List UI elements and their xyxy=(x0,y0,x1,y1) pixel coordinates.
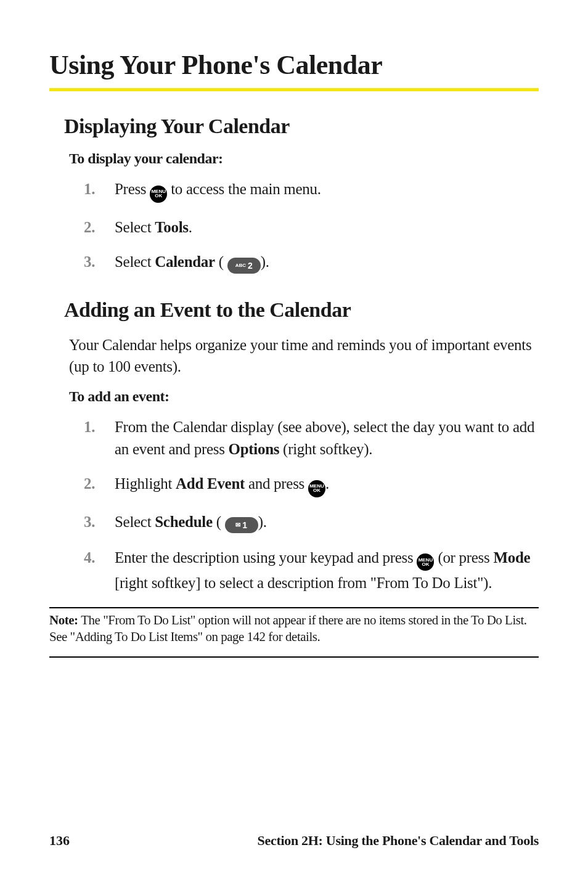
step-body: Enter the description using your keypad … xyxy=(115,547,539,595)
key-abc2-icon: ABC 2 xyxy=(227,251,261,274)
steps-display: 1. Press MENU OK to access the main menu… xyxy=(49,178,539,275)
step-text: Press xyxy=(115,181,150,197)
step-number: 2. xyxy=(84,216,115,239)
step-item: 4. Enter the description using your keyp… xyxy=(84,547,539,595)
step-number: 2. xyxy=(84,473,115,495)
step-text: Select xyxy=(115,253,155,270)
step-bold: Options xyxy=(229,441,280,457)
step-body: Highlight Add Event and press MENU OK . xyxy=(115,473,539,499)
step-text: ). xyxy=(258,513,267,530)
step-body: Select Schedule ( ✉ 1 ). xyxy=(115,511,539,534)
step-text: Highlight xyxy=(115,476,176,492)
step-bold: Calendar xyxy=(155,253,215,270)
lead-to-display: To display your calendar: xyxy=(69,150,539,167)
step-text: (right softkey). xyxy=(279,441,372,457)
step-number: 1. xyxy=(84,178,115,200)
envelope-icon: ✉ xyxy=(235,522,240,528)
step-number: 1. xyxy=(84,416,115,438)
step-number: 4. xyxy=(84,547,115,569)
heading-displaying-calendar: Displaying Your Calendar xyxy=(64,115,539,138)
step-text: Select xyxy=(115,513,155,530)
page-title: Using Your Phone's Calendar xyxy=(49,49,539,91)
step-body: Select Tools. xyxy=(115,216,539,239)
step-text: and press xyxy=(245,476,308,492)
step-item: 3. Select Schedule ( ✉ 1 ). xyxy=(84,511,539,534)
step-text: to access the main menu. xyxy=(171,181,321,197)
footer-section: Section 2H: Using the Phone's Calendar a… xyxy=(258,833,539,849)
step-text: Select xyxy=(115,219,155,235)
step-number: 3. xyxy=(84,251,115,273)
icon-label-line2: OK xyxy=(313,488,321,493)
step-text: ). xyxy=(261,253,269,270)
step-bold: Mode xyxy=(493,549,530,566)
note-rule-bottom xyxy=(49,656,539,658)
step-item: 1. From the Calendar display (see above)… xyxy=(84,416,539,461)
note-label: Note: xyxy=(49,613,81,627)
step-text: [right softkey] to select a description … xyxy=(115,574,492,591)
steps-add: 1. From the Calendar display (see above)… xyxy=(49,416,539,595)
icon-label-line2: OK xyxy=(422,562,429,567)
step-item: 2. Highlight Add Event and press MENU OK… xyxy=(84,473,539,499)
step-body: Select Calendar ( ABC 2 ). xyxy=(115,251,539,275)
page-footer: 136 Section 2H: Using the Phone's Calend… xyxy=(49,833,539,849)
menu-ok-icon: MENU OK xyxy=(417,545,434,571)
step-item: 3. Select Calendar ( ABC 2 ). xyxy=(84,251,539,275)
step-body: From the Calendar display (see above), s… xyxy=(115,416,539,461)
step-number: 3. xyxy=(84,511,115,533)
step-text: ( xyxy=(213,513,221,530)
icon-main-label: 1 xyxy=(242,521,247,529)
step-body: Press MENU OK to access the main menu. xyxy=(115,178,539,204)
step-bold: Tools xyxy=(155,219,189,235)
step-text: ( xyxy=(215,253,224,270)
step-text: Enter the description using your keypad … xyxy=(115,549,417,566)
page-number: 136 xyxy=(49,833,70,849)
icon-label-line2: OK xyxy=(155,194,162,198)
lead-to-add: To add an event: xyxy=(69,388,539,405)
note-block: Note: The "From To Do List" option will … xyxy=(49,612,539,646)
menu-ok-icon: MENU OK xyxy=(308,472,325,497)
icon-sub-label: ABC xyxy=(235,263,246,268)
intro-paragraph: Your Calendar helps organize your time a… xyxy=(69,334,539,377)
key-env1-icon: ✉ 1 xyxy=(225,511,258,533)
step-text: (or press xyxy=(438,549,493,566)
icon-main-label: 2 xyxy=(248,261,253,270)
step-item: 1. Press MENU OK to access the main menu… xyxy=(84,178,539,204)
step-bold: Schedule xyxy=(155,513,212,530)
step-text: . xyxy=(189,219,192,235)
step-item: 2. Select Tools. xyxy=(84,216,539,239)
step-text: . xyxy=(325,476,329,492)
note-text: The "From To Do List" option will not ap… xyxy=(49,613,527,644)
step-bold: Add Event xyxy=(176,476,245,492)
note-rule-top xyxy=(49,607,539,608)
menu-ok-icon: MENU OK xyxy=(150,177,167,203)
heading-adding-event: Adding an Event to the Calendar xyxy=(64,298,539,322)
